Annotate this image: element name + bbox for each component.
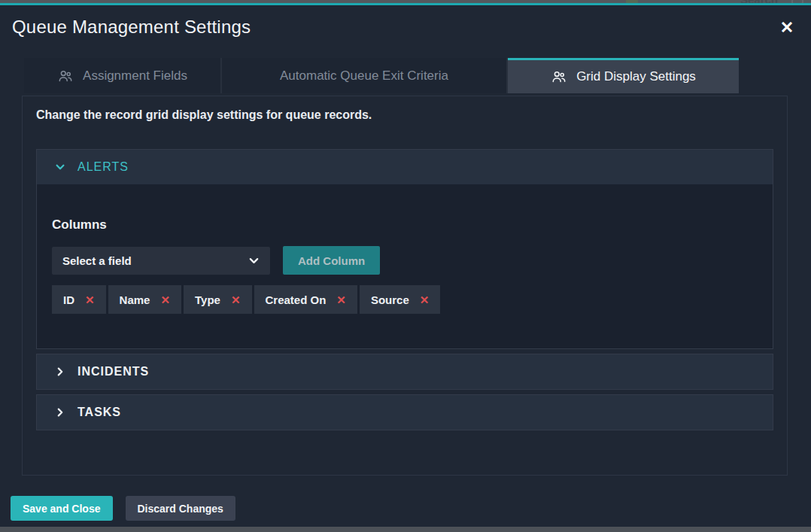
remove-column-button[interactable]: ✕ (85, 294, 95, 306)
modal-title: Queue Management Settings (12, 17, 251, 38)
chevron-right-icon (55, 407, 65, 418)
remove-x-icon: ✕ (420, 293, 430, 306)
tab-label: Automatic Queue Exit Criteria (280, 68, 448, 84)
alerts-settings-body: Columns Select a field Add Column ID (37, 184, 773, 348)
modal-header: Queue Management Settings ✕ (0, 5, 811, 50)
grid-display-description: Change the record grid display settings … (36, 108, 773, 122)
chip-label: Created On (266, 293, 327, 306)
column-chip-type[interactable]: Type ✕ (184, 285, 251, 314)
remove-column-button[interactable]: ✕ (336, 294, 346, 306)
add-column-button[interactable]: Add Column (283, 246, 380, 275)
section-alerts-header[interactable]: ALERTS (37, 150, 773, 184)
column-chip-name[interactable]: Name ✕ (108, 285, 181, 314)
chevron-down-icon (55, 162, 65, 172)
chip-label: ID (63, 293, 74, 306)
save-and-close-button[interactable]: Save and Close (11, 496, 113, 521)
tab-assignment-fields[interactable]: Assignment Fields (24, 58, 222, 93)
remove-x-icon: ✕ (160, 293, 170, 306)
columns-label: Columns (52, 217, 758, 233)
chip-label: Name (120, 293, 150, 306)
remove-column-button[interactable]: ✕ (231, 294, 241, 306)
tab-automatic-queue-exit-criteria[interactable]: Automatic Queue Exit Criteria (222, 58, 508, 93)
section-incidents: INCIDENTS (36, 354, 773, 390)
section-alerts: ALERTS Columns Select a field Add Column (36, 149, 773, 349)
chevron-down-icon (248, 255, 260, 266)
tab-grid-display-settings[interactable]: Grid Display Settings (508, 58, 739, 93)
section-tasks-title: TASKS (77, 406, 121, 419)
discard-changes-button[interactable]: Discard Changes (126, 496, 235, 521)
remove-column-button[interactable]: ✕ (160, 294, 170, 306)
field-select[interactable]: Select a field (52, 247, 270, 275)
remove-x-icon: ✕ (231, 293, 241, 306)
queue-management-settings-modal: Queue Management Settings ✕ Assignment F… (0, 5, 811, 527)
chip-label: Type (195, 293, 220, 306)
field-select-value: Select a field (62, 254, 132, 267)
settings-tabs: Assignment Fields Automatic Queue Exit C… (24, 58, 739, 93)
column-chips: ID ✕ Name ✕ Type ✕ Created On (52, 285, 758, 314)
chevron-right-icon (55, 366, 65, 377)
dimmed-app-footer (0, 527, 811, 532)
remove-column-button[interactable]: ✕ (420, 294, 430, 306)
column-controls: Select a field Add Column (52, 246, 758, 275)
column-chip-source[interactable]: Source ✕ (360, 285, 440, 314)
close-icon: ✕ (780, 18, 794, 37)
tab-label: Grid Display Settings (576, 69, 696, 84)
chip-label: Source (371, 293, 409, 306)
users-icon (57, 68, 74, 84)
column-chip-created-on[interactable]: Created On ✕ (254, 285, 357, 314)
remove-x-icon: ✕ (336, 293, 346, 306)
section-alerts-title: ALERTS (77, 160, 129, 174)
users-icon (551, 68, 567, 85)
section-tasks-header[interactable]: TASKS (37, 395, 773, 430)
section-incidents-header[interactable]: INCIDENTS (37, 354, 773, 389)
record-type-accordion: ALERTS Columns Select a field Add Column (36, 149, 773, 430)
close-button[interactable]: ✕ (773, 14, 800, 41)
remove-x-icon: ✕ (85, 293, 95, 306)
tab-label: Assignment Fields (83, 68, 187, 84)
column-chip-id[interactable]: ID ✕ (52, 285, 106, 314)
section-incidents-title: INCIDENTS (77, 365, 149, 378)
section-tasks: TASKS (36, 394, 773, 430)
tab-content-panel: Change the record grid display settings … (22, 96, 788, 476)
modal-footer: Save and Close Discard Changes (11, 496, 235, 521)
